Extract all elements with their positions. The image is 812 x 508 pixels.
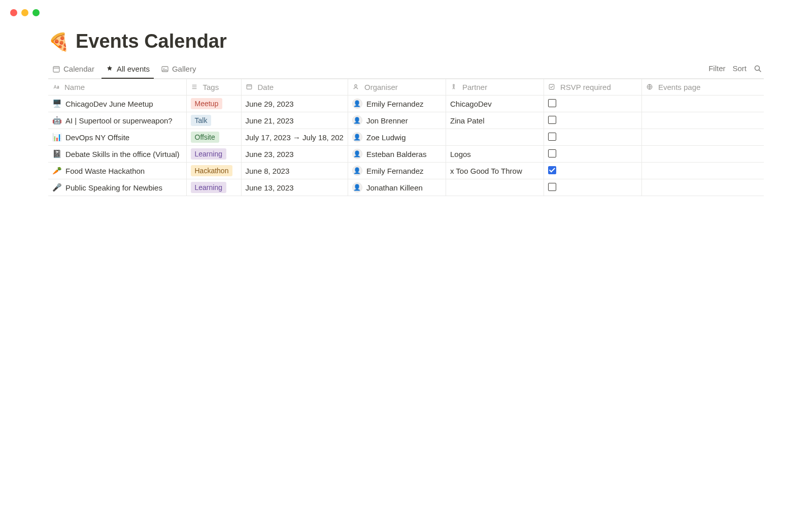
column-header-name[interactable]: Name xyxy=(48,79,186,96)
views-bar: Calendar All events Gallery Filter Sort xyxy=(48,61,764,79)
organiser-name[interactable]: Jon Brenner xyxy=(366,116,408,125)
row-title[interactable]: Food Waste Hackathon xyxy=(65,167,145,175)
column-header-date[interactable]: Date xyxy=(241,79,348,96)
row-page-icon: 🖥️ xyxy=(52,99,61,108)
page-header: 🍕 Events Calendar xyxy=(48,30,764,52)
page-icon[interactable]: 🍕 xyxy=(48,33,70,50)
tag-pill[interactable]: Offsite xyxy=(191,132,219,143)
table-row[interactable]: 🖥️ChicagoDev June MeetupMeetupJune 29, 2… xyxy=(48,96,764,112)
events-page-value[interactable] xyxy=(641,146,764,163)
events-page-value[interactable] xyxy=(641,179,764,196)
tag-pill[interactable]: Hackathon xyxy=(191,165,233,176)
column-header-partner[interactable]: Partner xyxy=(446,79,544,96)
tab-calendar[interactable]: Calendar xyxy=(48,61,98,78)
row-page-icon: 🎤 xyxy=(52,183,61,192)
tag-pill[interactable]: Learning xyxy=(191,182,227,193)
tab-label: Calendar xyxy=(63,65,94,73)
window-maximize-button[interactable] xyxy=(32,9,40,16)
rsvp-checkbox[interactable] xyxy=(548,133,556,141)
row-title[interactable]: Debate Skills in the office (Virtual) xyxy=(65,150,180,158)
row-title[interactable]: DevOps NY Offsite xyxy=(65,133,129,142)
view-tabs: Calendar All events Gallery xyxy=(48,61,200,78)
svg-line-5 xyxy=(759,70,761,72)
rsvp-checkbox[interactable] xyxy=(548,99,556,107)
events-page-value[interactable] xyxy=(641,163,764,179)
date-value[interactable]: June 13, 2023 xyxy=(241,179,348,196)
column-label: Tags xyxy=(203,83,219,91)
table-row[interactable]: 📊DevOps NY OffsiteOffsiteJuly 17, 2023 →… xyxy=(48,129,764,146)
partner-value[interactable]: Zina Patel xyxy=(446,112,544,129)
row-page-icon: 📓 xyxy=(52,149,61,158)
svg-point-12 xyxy=(453,84,455,86)
avatar: 👤 xyxy=(352,99,362,109)
organiser-name[interactable]: Jonathan Killeen xyxy=(366,183,423,192)
row-title[interactable]: Public Speaking for Newbies xyxy=(65,183,162,192)
rsvp-checkbox[interactable] xyxy=(548,116,556,124)
partner-property-icon xyxy=(450,83,458,91)
svg-rect-0 xyxy=(53,67,59,72)
svg-point-11 xyxy=(355,84,357,86)
column-label: Date xyxy=(258,83,274,91)
organiser-name[interactable]: Emily Fernandez xyxy=(366,100,424,108)
svg-point-3 xyxy=(163,68,164,69)
table-row[interactable]: 📓Debate Skills in the office (Virtual)Le… xyxy=(48,146,764,163)
partner-value[interactable]: Logos xyxy=(446,146,544,163)
rsvp-checkbox[interactable] xyxy=(548,183,556,191)
column-header-rsvp[interactable]: RSVP required xyxy=(544,79,641,96)
partner-value[interactable] xyxy=(446,179,544,196)
date-value[interactable]: July 17, 2023 → July 18, 202 xyxy=(241,129,348,146)
table-row[interactable]: 🥕Food Waste HackathonHackathonJune 8, 20… xyxy=(48,163,764,179)
checkbox-property-icon xyxy=(548,83,556,91)
date-value[interactable]: June 23, 2023 xyxy=(241,146,348,163)
events-page-value[interactable] xyxy=(641,112,764,129)
star-icon xyxy=(106,65,114,73)
column-header-tags[interactable]: Tags xyxy=(186,79,241,96)
row-title[interactable]: ChicagoDev June Meetup xyxy=(65,100,153,108)
organiser-name[interactable]: Zoe Ludwig xyxy=(366,133,406,142)
row-page-icon: 📊 xyxy=(52,133,61,142)
partner-value[interactable]: x Too Good To Throw xyxy=(446,163,544,179)
column-label: Events page xyxy=(658,83,700,91)
column-label: RSVP required xyxy=(560,83,611,91)
gallery-icon xyxy=(161,65,169,73)
tag-pill[interactable]: Meetup xyxy=(191,98,223,109)
column-header-events-page[interactable]: Events page xyxy=(641,79,764,96)
date-value[interactable]: June 29, 2023 xyxy=(241,96,348,112)
page-title[interactable]: Events Calendar xyxy=(76,30,227,52)
organiser-name[interactable]: Emily Fernandez xyxy=(366,167,424,175)
tab-all-events[interactable]: All events xyxy=(101,61,154,78)
tag-pill[interactable]: Talk xyxy=(191,115,212,126)
svg-rect-13 xyxy=(549,84,554,89)
column-header-organiser[interactable]: Organiser xyxy=(348,79,446,96)
events-page-value[interactable] xyxy=(641,129,764,146)
row-title[interactable]: AI | Supertool or superweapon? xyxy=(65,116,173,125)
window-minimize-button[interactable] xyxy=(21,9,28,16)
date-property-icon xyxy=(246,83,254,91)
table-row[interactable]: 🎤Public Speaking for NewbiesLearningJune… xyxy=(48,179,764,196)
avatar: 👤 xyxy=(352,149,362,159)
url-property-icon xyxy=(646,83,654,91)
svg-rect-9 xyxy=(247,84,252,89)
rsvp-checkbox[interactable] xyxy=(548,166,556,174)
avatar: 👤 xyxy=(352,182,362,193)
rsvp-checkbox[interactable] xyxy=(548,149,556,157)
sort-button[interactable]: Sort xyxy=(732,64,747,73)
filter-button[interactable]: Filter xyxy=(708,64,725,73)
window-close-button[interactable] xyxy=(10,9,17,16)
partner-value[interactable]: ChicagoDev xyxy=(446,96,544,112)
table-row[interactable]: 🤖AI | Supertool or superweapon?TalkJune … xyxy=(48,112,764,129)
date-value[interactable]: June 21, 2023 xyxy=(241,112,348,129)
text-property-icon xyxy=(52,83,60,91)
tag-pill[interactable]: Learning xyxy=(191,148,227,160)
search-icon[interactable] xyxy=(754,65,762,73)
calendar-icon xyxy=(52,65,60,73)
multiselect-property-icon xyxy=(191,83,199,91)
window-controls xyxy=(0,0,812,25)
column-label: Partner xyxy=(462,83,487,91)
date-value[interactable]: June 8, 2023 xyxy=(241,163,348,179)
column-label: Organiser xyxy=(364,83,398,91)
tab-gallery[interactable]: Gallery xyxy=(157,61,200,78)
organiser-name[interactable]: Esteban Balderas xyxy=(366,150,426,158)
partner-value[interactable] xyxy=(446,129,544,146)
events-page-value[interactable] xyxy=(641,96,764,112)
